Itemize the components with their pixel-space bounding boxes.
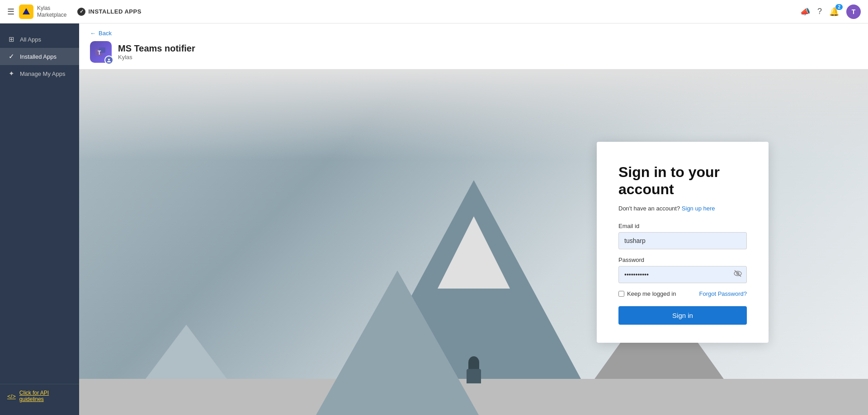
svg-point-5 (107, 61, 111, 62)
notification-icon[interactable]: 🔔 2 (829, 7, 839, 17)
signup-link[interactable]: Sign up here (682, 205, 715, 212)
help-icon[interactable]: ? (817, 7, 822, 16)
app-header: ← Back T (79, 23, 868, 70)
signin-card: Sign in to your account Don't have an ac… (597, 142, 769, 343)
form-footer: Keep me logged in Forgot Password? (618, 290, 747, 297)
people-icon (107, 58, 111, 62)
app-icon-container: T (90, 41, 112, 63)
avatar[interactable]: T (846, 5, 861, 19)
app-info: T MS Teams notifier Kylas (90, 41, 857, 63)
check-icon: ✓ (7, 52, 15, 61)
sidebar: ⊞ All Apps ✓ Installed Apps ✦ Manage My … (0, 23, 79, 415)
top-navigation: ☰ Kylas Marketplace ✓ INSTALLED APPS 📣 ?… (0, 0, 868, 23)
sidebar-item-all-apps[interactable]: ⊞ All Apps (0, 31, 79, 48)
forgot-password-link[interactable]: Forgot Password? (699, 290, 747, 297)
email-label: Email id (618, 223, 747, 229)
email-form-group: Email id (618, 223, 747, 249)
back-link[interactable]: ← Back (90, 30, 112, 37)
svg-point-4 (108, 59, 110, 61)
sidebar-item-label: Installed Apps (20, 53, 57, 60)
svg-text:T: T (98, 50, 101, 56)
back-label: Back (99, 30, 112, 37)
teams-logo-svg: T (94, 46, 107, 58)
check-circle-icon: ✓ (77, 8, 85, 16)
brand-name: Kylas Marketplace (37, 5, 66, 18)
app-title: MS Teams notifier (118, 43, 195, 54)
code-icon: </> (7, 393, 16, 400)
svg-marker-0 (23, 8, 30, 14)
api-guidelines-label: Click for API guidelines (19, 390, 72, 402)
password-form-group: Password (618, 256, 747, 283)
kylas-logo-icon (22, 7, 31, 16)
grid-icon: ⊞ (7, 35, 15, 43)
snow-cap (438, 216, 510, 289)
person-silhouette (467, 356, 481, 383)
signup-prompt-text: Don't have an account? (618, 205, 680, 212)
app-badge-icon (104, 56, 113, 65)
megaphone-icon[interactable]: 📣 (800, 7, 810, 17)
email-input[interactable] (618, 232, 747, 249)
keep-logged-in-checkbox[interactable] (618, 291, 624, 297)
password-input[interactable] (618, 266, 747, 283)
api-guidelines-link[interactable]: </> Click for API guidelines (7, 390, 72, 402)
eye-toggle-icon[interactable] (733, 269, 742, 280)
signin-title: Sign in to your account (618, 163, 747, 198)
manage-icon: ✦ (7, 70, 15, 78)
content-area: Sign in to your account Don't have an ac… (79, 70, 868, 415)
ground (79, 379, 868, 415)
signin-button[interactable]: Sign in (618, 306, 747, 325)
app-vendor: Kylas (118, 54, 195, 61)
signin-subtitle: Don't have an account? Sign up here (618, 205, 747, 212)
back-arrow-icon: ← (90, 30, 96, 37)
hamburger-menu-icon[interactable]: ☰ (7, 7, 14, 17)
installed-apps-header-badge: ✓ INSTALLED APPS (77, 8, 142, 16)
password-label: Password (618, 256, 747, 263)
main-content: ← Back T (79, 23, 868, 415)
brand-logo-area: Kylas Marketplace (19, 5, 66, 19)
password-wrapper (618, 266, 747, 283)
notification-badge: 2 (835, 4, 843, 10)
keep-logged-in-label[interactable]: Keep me logged in (618, 290, 676, 297)
sidebar-item-label: Manage My Apps (20, 70, 65, 77)
sidebar-item-label: All Apps (20, 36, 41, 43)
sidebar-item-manage-my-apps[interactable]: ✦ Manage My Apps (0, 65, 79, 82)
brand-logo (19, 5, 33, 19)
sidebar-item-installed-apps[interactable]: ✓ Installed Apps (0, 48, 79, 65)
